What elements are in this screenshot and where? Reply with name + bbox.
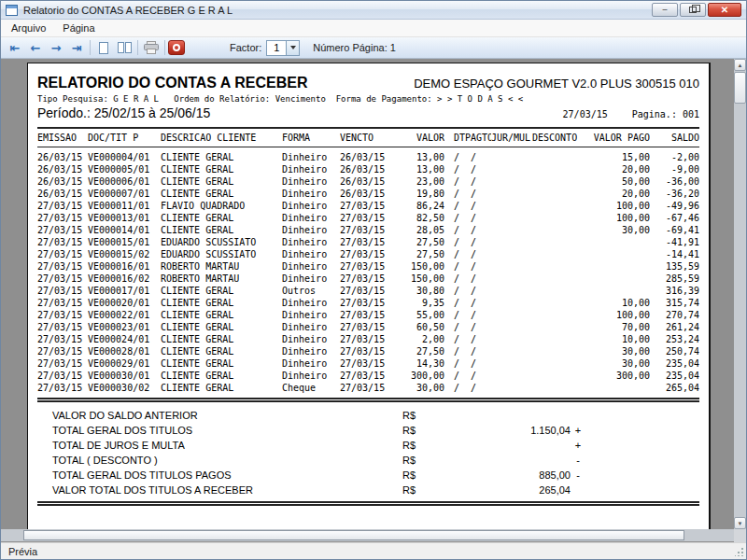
cell-cliente: CLIENTE GERAL xyxy=(161,188,282,200)
close-button[interactable]: ✕ xyxy=(708,3,741,17)
cell-valor: 82,50 xyxy=(396,212,444,224)
cell-doc-tit: VE000016/02 xyxy=(88,273,161,285)
cell-valor-pago xyxy=(583,273,650,285)
cell-saldo: -67,46 xyxy=(650,212,699,224)
cell-saldo: 253,24 xyxy=(650,333,699,345)
cell-valor-pago: 20,00 xyxy=(583,188,650,200)
summary-currency: R$ xyxy=(402,438,430,453)
table-row: 27/03/15 VE000023/01 CLIENTE GERAL Dinhe… xyxy=(37,321,699,333)
cell-cliente: ROBERTO MARTAU xyxy=(161,260,282,273)
cell-desconto xyxy=(532,151,583,163)
vertical-scroll-thumb[interactable] xyxy=(734,72,746,104)
previous-page-button[interactable]: ← xyxy=(25,39,46,57)
cell-valor-pago xyxy=(583,285,650,297)
cell-desconto xyxy=(532,175,583,188)
cell-emissao: 27/03/15 xyxy=(37,248,88,260)
horizontal-scrollbar[interactable] xyxy=(1,529,734,541)
cell-desconto xyxy=(532,297,583,309)
cell-doc-tit: VE000024/01 xyxy=(88,333,161,345)
table-row: 26/03/15 VE000004/01 CLIENTE GERAL Dinhe… xyxy=(37,151,699,163)
table-row: 27/03/15 VE000017/01 CLIENTE GERAL Outro… xyxy=(37,285,699,297)
cell-emissao: 27/03/15 xyxy=(37,345,88,357)
cell-dtpagto: / / xyxy=(444,321,491,333)
cell-emissao: 26/03/15 xyxy=(37,188,88,200)
cell-forma: Dinheiro xyxy=(282,297,340,309)
previous-page-icon: ← xyxy=(31,42,41,54)
cell-valor: 27,50 xyxy=(396,345,444,357)
factor-select[interactable]: 1 xyxy=(266,40,300,56)
summary-value: 885,00 xyxy=(430,468,571,483)
cell-jur-mul xyxy=(491,357,532,370)
menu-item-pagina[interactable]: Página xyxy=(54,21,103,35)
cell-jur-mul xyxy=(491,188,532,200)
cell-emissao: 27/03/15 xyxy=(37,273,88,285)
two-page-view-button[interactable] xyxy=(114,39,134,57)
cell-forma: Dinheiro xyxy=(282,248,340,260)
cell-cliente: CLIENTE GERAL xyxy=(161,382,282,394)
first-page-icon: ⇤ xyxy=(10,42,21,54)
summary-value xyxy=(430,408,571,423)
summary-row: TOTAL ( DESCONTO ) R$ - xyxy=(37,453,699,468)
cell-dtpagto: / / xyxy=(444,273,491,285)
cell-vencto: 27/03/15 xyxy=(340,285,396,297)
last-page-button[interactable]: ⇥ xyxy=(66,39,87,57)
cell-desconto xyxy=(532,273,583,285)
cell-emissao: 26/03/15 xyxy=(37,175,88,188)
page-number-label: Número Página: 1 xyxy=(313,42,396,53)
single-page-icon xyxy=(99,42,108,54)
cell-vencto: 27/03/15 xyxy=(340,370,396,382)
cell-jur-mul xyxy=(491,273,532,285)
column-header: VALOR xyxy=(396,132,444,144)
toolbar-separator xyxy=(137,40,138,55)
cell-valor: 28,05 xyxy=(396,224,444,236)
summary-currency: R$ xyxy=(402,453,430,468)
cell-doc-tit: VE000016/01 xyxy=(88,260,161,273)
scroll-down-button[interactable]: ▼ xyxy=(734,517,746,529)
cell-dtpagto: / / xyxy=(444,236,491,248)
minimize-button[interactable]: – xyxy=(652,3,678,17)
cell-valor: 55,00 xyxy=(396,309,444,321)
cell-dtpagto: / / xyxy=(444,309,491,321)
cell-jur-mul xyxy=(491,236,532,248)
cell-valor: 150,00 xyxy=(396,260,444,273)
cell-vencto: 26/03/15 xyxy=(340,163,396,175)
cell-cliente: CLIENTE GERAL xyxy=(161,212,282,224)
table-row: 26/03/15 VE000006/01 CLIENTE GERAL Dinhe… xyxy=(37,175,699,188)
restore-button[interactable] xyxy=(680,3,706,17)
factor-dropdown-button[interactable] xyxy=(286,41,299,55)
cell-forma: Dinheiro xyxy=(282,370,340,382)
horizontal-scroll-thumb[interactable] xyxy=(23,530,684,540)
scroll-up-button[interactable]: ▲ xyxy=(734,59,746,71)
status-text: Prévia xyxy=(8,546,37,557)
cell-valor-pago: 15,00 xyxy=(583,151,650,163)
cell-emissao: 27/03/15 xyxy=(37,260,88,273)
next-page-button[interactable]: → xyxy=(46,39,66,57)
cell-dtpagto: / / xyxy=(444,382,491,394)
table-row: 27/03/15 VE000015/01 EDUARDO SCUSSIATO D… xyxy=(37,236,699,248)
single-page-view-button[interactable] xyxy=(93,39,114,57)
cell-doc-tit: VE000007/01 xyxy=(88,188,161,200)
cell-vencto: 27/03/15 xyxy=(340,321,396,333)
cell-doc-tit: VE000006/01 xyxy=(88,175,161,188)
cell-saldo: -49,96 xyxy=(650,200,699,212)
cell-forma: Dinheiro xyxy=(282,212,340,224)
summary-sign: - xyxy=(571,453,585,468)
cell-saldo: 250,74 xyxy=(650,345,699,357)
summary-row: TOTAL GERAL DOS TITULOS R$ 1.150,04 + xyxy=(37,423,699,438)
column-header: DOC/TIT P xyxy=(88,132,161,144)
first-page-button[interactable]: ⇤ xyxy=(5,39,25,57)
vertical-scrollbar[interactable]: ▲ ▼ xyxy=(734,59,746,529)
print-button[interactable] xyxy=(141,39,162,57)
divider xyxy=(37,127,699,129)
menu-item-arquivo[interactable]: Arquivo xyxy=(3,21,54,35)
next-page-icon: → xyxy=(51,42,62,54)
divider xyxy=(37,147,699,147)
table-row: 27/03/15 VE000016/02 ROBERTO MARTAU Dinh… xyxy=(37,273,699,285)
page-indicator: Pagina.: 001 xyxy=(632,109,699,119)
app-icon xyxy=(6,5,18,16)
exit-button[interactable] xyxy=(168,40,185,55)
resize-grip-icon[interactable] xyxy=(735,548,743,556)
cell-cliente: CLIENTE GERAL xyxy=(161,321,282,333)
preview-area: RELATORIO DO CONTAS A RECEBER DEMO ESPAÇ… xyxy=(1,59,746,542)
cell-valor-pago: 70,00 xyxy=(583,321,650,333)
